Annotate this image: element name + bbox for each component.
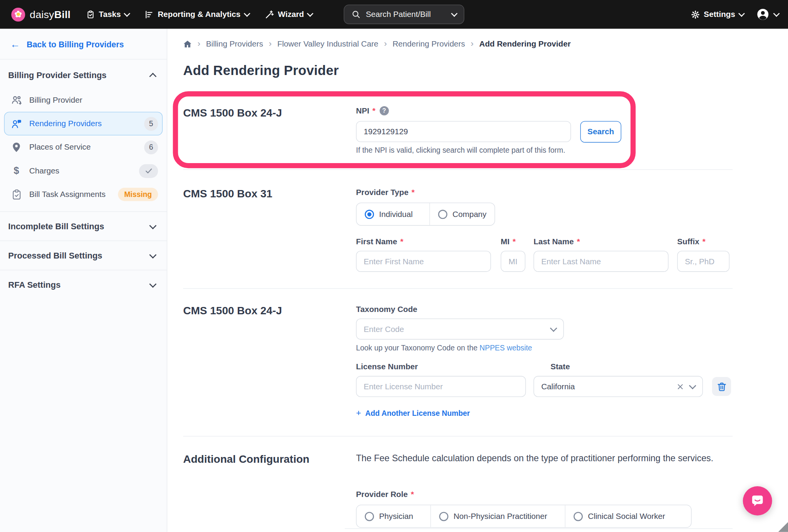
clipboard-check-icon (10, 189, 23, 200)
count-badge: 6 (144, 140, 158, 154)
suffix-input[interactable] (677, 251, 730, 272)
billing-provider-settings-group[interactable]: Billing Provider Settings (0, 60, 167, 87)
radio-non-physician-practitioner[interactable]: Non-Physician Practitioner (431, 505, 565, 527)
section-heading-cms-24j-2: CMS 1500 Box 24-J (183, 305, 282, 317)
plus-icon: + (356, 408, 361, 419)
state-label: State (551, 362, 570, 371)
chevron-down-icon (738, 10, 745, 17)
section-incomplete-bill-settings[interactable]: Incomplete Bill Settings (0, 211, 167, 240)
breadcrumb-separator: › (471, 39, 474, 48)
chevron-down-icon (244, 10, 250, 17)
delete-license-button[interactable] (712, 377, 731, 396)
provider-role-label: Provider Role* (356, 490, 414, 499)
state-select[interactable]: California (534, 376, 703, 397)
home-icon[interactable] (183, 40, 192, 48)
chevron-down-icon (773, 10, 780, 17)
sidebar-item-label: Billing Provider (29, 95, 82, 105)
clear-x-icon[interactable] (677, 383, 684, 390)
back-to-billing-providers-link[interactable]: ← Back to Billing Providers (0, 29, 167, 60)
radio-icon (438, 210, 447, 219)
taxonomy-helper-text: Look up your Taxonomy Code on the NPPES … (356, 344, 532, 352)
suffix-label: Suffix* (677, 237, 705, 246)
search-patient-bill[interactable]: Search Patient/Bill (344, 5, 464, 24)
chat-support-button[interactable] (743, 486, 772, 515)
map-pin-icon (10, 142, 23, 152)
mi-label: MI* (501, 237, 516, 246)
breadcrumb-flower-valley[interactable]: Flower Valley Industrial Care (277, 40, 379, 49)
navbar-right: Settings (691, 0, 779, 29)
missing-badge: Missing (118, 188, 158, 201)
fee-schedule-description: The Fee Schedule calculation depends on … (356, 450, 736, 466)
search-label: Search Patient/Bill (366, 10, 431, 19)
provider-type-radio-group: Individual Company (356, 203, 495, 226)
section-label: Processed Bill Settings (8, 251, 102, 260)
sidebar-item-billing-provider[interactable]: Billing Provider (4, 88, 163, 112)
nav-reporting-analytics[interactable]: Reporting & Analytics (145, 10, 249, 19)
add-another-license-link[interactable]: + Add Another License Number (356, 408, 470, 419)
breadcrumb-separator: › (269, 39, 272, 48)
people-group-icon (10, 95, 23, 105)
radio-selected-icon (365, 210, 374, 219)
sidebar-items: Billing Provider Rendering Providers 5 P… (0, 87, 167, 212)
chat-bubble-icon (751, 494, 765, 508)
nav-tasks[interactable]: Tasks (86, 10, 129, 19)
nav-tasks-label: Tasks (99, 10, 121, 19)
nav-settings[interactable]: Settings (691, 10, 744, 19)
last-name-label: Last Name* (534, 237, 580, 246)
sidebar-item-places-of-service[interactable]: Places of Service 6 (4, 135, 163, 159)
trash-icon (716, 381, 727, 392)
npi-helper-text: If the NPI is valid, clicking search wil… (356, 146, 565, 154)
radio-clinical-social-worker[interactable]: Clinical Social Worker (565, 505, 691, 527)
license-number-input[interactable] (356, 376, 526, 397)
section-divider (183, 288, 733, 289)
sidebar-item-bill-task-assignments[interactable]: Bill Task Assignments Missing (4, 183, 163, 206)
daisy-flower-icon: ✿ (11, 7, 25, 21)
account-menu[interactable] (756, 8, 779, 21)
app-viewport: ✿ daisyBill Tasks Reporting & Analytics (0, 0, 788, 532)
section-heading-cms-31: CMS 1500 Box 31 (183, 188, 272, 200)
radio-company[interactable]: Company (429, 203, 494, 225)
main-content: › Billing Providers › Flower Valley Indu… (167, 29, 788, 532)
group-title: Billing Provider Settings (8, 70, 106, 80)
taxonomy-code-select[interactable]: Enter Code (356, 319, 564, 340)
breadcrumb-billing-providers[interactable]: Billing Providers (206, 40, 263, 49)
section-rfa-settings[interactable]: RFA Settings (0, 270, 167, 299)
provider-type-label: Provider Type* (356, 188, 414, 197)
radio-physician[interactable]: Physician (357, 505, 431, 527)
sidebar-item-rendering-providers[interactable]: Rendering Providers 5 (4, 112, 163, 135)
bar-chart-icon (145, 10, 154, 19)
first-name-input[interactable] (356, 251, 491, 272)
resize-corner-grip[interactable] (778, 522, 788, 532)
last-name-input[interactable] (534, 251, 669, 272)
sidebar-item-label: Bill Task Assignments (29, 190, 105, 199)
first-name-label: First Name* (356, 237, 403, 246)
npi-search-button[interactable]: Search (580, 121, 621, 143)
npi-input[interactable] (356, 121, 571, 142)
gear-icon (691, 10, 700, 19)
main-nav: Tasks Reporting & Analytics Wizard (86, 10, 312, 19)
section-processed-bill-settings[interactable]: Processed Bill Settings (0, 240, 167, 270)
breadcrumb: › Billing Providers › Flower Valley Indu… (183, 40, 571, 49)
back-link-label: Back to Billing Providers (27, 40, 124, 49)
chevron-down-icon (149, 222, 157, 229)
breadcrumb-rendering-providers[interactable]: Rendering Providers (392, 40, 465, 49)
chevron-down-icon (124, 10, 130, 17)
sidebar-item-charges[interactable]: $ Charges (4, 159, 163, 182)
person-chat-icon (10, 118, 23, 129)
nav-wizard[interactable]: Wizard (265, 10, 313, 19)
radio-individual[interactable]: Individual (357, 203, 429, 225)
daisybill-logo[interactable]: ✿ daisyBill (11, 7, 70, 21)
chevron-down-icon (307, 10, 314, 17)
chevron-up-icon (149, 73, 157, 80)
nppes-website-link[interactable]: NPPES website (479, 344, 532, 352)
mi-input[interactable] (501, 251, 525, 272)
provider-role-radio-group: Physician Non-Physician Practitioner Cli… (356, 505, 691, 528)
npi-label: NPI* ? (356, 106, 389, 115)
section-divider (183, 436, 733, 436)
section-heading-cms-24j: CMS 1500 Box 24-J (183, 107, 282, 119)
page-title: Add Rendering Provider (183, 63, 339, 78)
section-divider (345, 528, 733, 529)
complete-check-badge (139, 164, 158, 178)
clipboard-icon (86, 10, 95, 19)
help-icon[interactable]: ? (380, 106, 389, 115)
